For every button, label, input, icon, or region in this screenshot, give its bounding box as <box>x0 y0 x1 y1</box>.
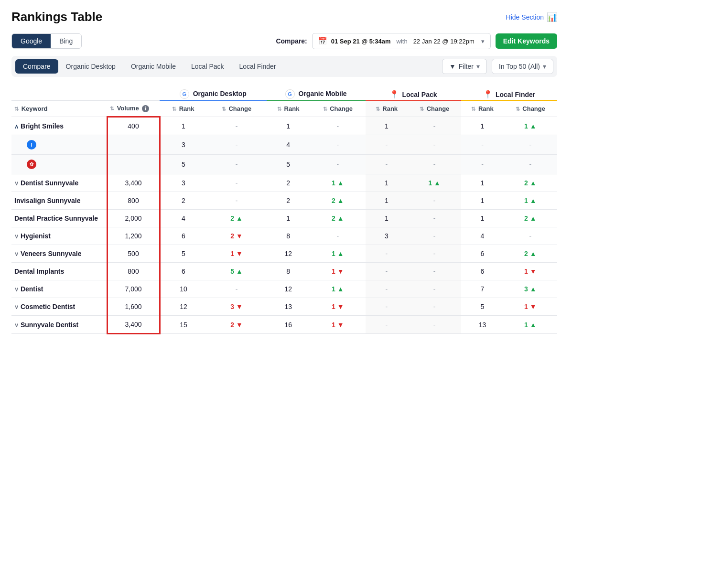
od-rank-header[interactable]: ⇅ Rank <box>160 100 206 117</box>
keyword-cell: ∨ Veneers Sunnyvale <box>11 245 107 263</box>
volume-col-header[interactable]: ⇅ Volume i <box>107 100 160 117</box>
sub-volume-cell <box>107 155 160 174</box>
sub-lp-rank-cell: - <box>366 155 408 174</box>
local-pack-header: 📍 Local Pack <box>366 86 462 100</box>
om-rank-cell: 8 <box>267 227 310 245</box>
volume-cell: 1,200 <box>107 227 160 245</box>
bing-tab[interactable]: Bing <box>51 34 81 48</box>
od-change-cell: 5 ▲ <box>206 263 266 280</box>
lf-rank-cell: 4 <box>461 227 503 245</box>
lf-change-sort-icon: ⇅ <box>516 106 520 112</box>
table-row: ∨ Sunnyvale Dentist 3,400 15 2 ▼ 16 1 ▼ … <box>11 316 557 334</box>
lp-change-cell: 1 ▲ <box>408 174 461 192</box>
volume-cell: 3,400 <box>107 174 160 192</box>
volume-cell: 500 <box>107 245 160 263</box>
tab-local-pack[interactable]: Local Pack <box>183 59 231 74</box>
lf-rank-header[interactable]: ⇅ Rank <box>461 100 503 117</box>
lp-change-cell: - <box>408 316 461 334</box>
filter-funnel-icon: ▼ <box>449 63 456 70</box>
compare-date-selector[interactable]: 📅 01 Sep 21 @ 5:34am with 22 Jan 22 @ 19… <box>312 33 491 49</box>
om-rank-cell: 13 <box>267 298 310 316</box>
lf-change-cell: 1 ▲ <box>504 316 557 334</box>
keyword-cell: ∨ Dentist Sunnyvale <box>11 174 107 192</box>
sub-lf-rank-cell: - <box>461 135 503 155</box>
filter-button[interactable]: ▼ Filter ▾ <box>442 59 487 74</box>
tab-organic-mobile[interactable]: Organic Mobile <box>123 59 183 74</box>
table-row: ∨ Hygienist 1,200 6 2 ▼ 8 - 3 - 4 - <box>11 227 557 245</box>
lp-rank-sort-icon: ⇅ <box>376 106 380 112</box>
table-row: ∧ Bright Smiles 400 1 - 1 - 1 - 1 1 ▲ <box>11 117 557 135</box>
om-rank-cell: 1 <box>267 117 310 135</box>
om-change-cell: 1 ▼ <box>310 263 366 280</box>
compare-label: Compare: <box>276 37 307 45</box>
sub-od-rank-cell: 5 <box>160 155 206 174</box>
collapse-icon[interactable]: ∧ <box>14 123 19 130</box>
om-rank-cell: 12 <box>267 280 310 298</box>
keyword-col-header[interactable]: ⇅ Keyword <box>11 100 107 117</box>
od-change-cell: - <box>206 174 266 192</box>
lp-change-cell: - <box>408 227 461 245</box>
keyword-cell: ∧ Bright Smiles <box>11 117 107 135</box>
hide-section-button[interactable]: Hide Section 📊 <box>506 12 557 22</box>
expand-icon[interactable]: ∨ <box>14 180 19 187</box>
om-rank-header[interactable]: ⇅ Rank <box>267 100 310 117</box>
od-rank-cell: 15 <box>160 316 206 334</box>
table-row: Invisalign Sunnyvale 800 2 - 2 2 ▲ 1 - 1… <box>11 192 557 210</box>
sub-row: ✿ 5 - 5 - - - - - <box>11 155 557 174</box>
sub-lp-change-cell: - <box>408 155 461 174</box>
organic-desktop-header: G Organic Desktop <box>160 86 267 100</box>
yelp-icon: ✿ <box>27 160 36 169</box>
od-change-header[interactable]: ⇅ Change <box>206 100 266 117</box>
lp-rank-cell: 1 <box>366 117 408 135</box>
lf-rank-cell: 1 <box>461 117 503 135</box>
lp-change-cell: - <box>408 192 461 210</box>
expand-icon[interactable]: ∨ <box>14 304 19 310</box>
table-row: ∨ Veneers Sunnyvale 500 5 1 ▼ 12 1 ▲ - -… <box>11 245 557 263</box>
sub-od-change-cell: - <box>206 135 266 155</box>
sub-row: f 3 - 4 - - - - - <box>11 135 557 155</box>
tab-local-finder[interactable]: Local Finder <box>232 59 284 74</box>
sub-lp-change-cell: - <box>408 135 461 155</box>
lp-change-header[interactable]: ⇅ Change <box>408 100 461 117</box>
volume-info-icon[interactable]: i <box>142 105 149 112</box>
sub-keyword-cell: f <box>11 135 107 155</box>
lf-rank-cell: 1 <box>461 192 503 210</box>
local-finder-pin-icon: 📍 <box>483 90 493 98</box>
expand-icon[interactable]: ∨ <box>14 233 19 240</box>
om-change-cell: 1 ▲ <box>310 280 366 298</box>
col-header-row: ⇅ Keyword ⇅ Volume i ⇅ Rank ⇅ Change ⇅ <box>11 100 557 117</box>
om-change-sort-icon: ⇅ <box>323 106 327 112</box>
od-change-cell: - <box>206 280 266 298</box>
keyword-text: Bright Smiles <box>21 122 64 130</box>
expand-icon[interactable]: ∨ <box>14 251 19 257</box>
expand-icon[interactable]: ∨ <box>14 286 19 293</box>
sub-od-rank-cell: 3 <box>160 135 206 155</box>
keyword-cell: ∨ Hygienist <box>11 227 107 245</box>
google-tab[interactable]: Google <box>12 34 51 48</box>
lf-rank-cell: 13 <box>461 316 503 334</box>
calendar-icon: 📅 <box>318 37 327 45</box>
od-rank-cell: 3 <box>160 174 206 192</box>
in-top-button[interactable]: In Top 50 (All) ▾ <box>492 59 553 74</box>
keyword-text: Hygienist <box>21 232 51 240</box>
lf-change-cell: 1 ▼ <box>504 263 557 280</box>
expand-icon[interactable]: ∨ <box>14 322 19 329</box>
lf-change-cell: 1 ▼ <box>504 298 557 316</box>
edit-keywords-button[interactable]: Edit Keywords <box>496 33 557 49</box>
lf-change-header[interactable]: ⇅ Change <box>504 100 557 117</box>
lp-rank-header[interactable]: ⇅ Rank <box>366 100 408 117</box>
volume-sort-icon: ⇅ <box>110 106 114 111</box>
lp-rank-cell: 1 <box>366 192 408 210</box>
tab-organic-desktop[interactable]: Organic Desktop <box>58 59 123 74</box>
tab-compare[interactable]: Compare <box>15 59 58 74</box>
keyword-cell: ∨ Cosmetic Dentist <box>11 298 107 316</box>
od-rank-cell: 10 <box>160 280 206 298</box>
table-row: ∨ Cosmetic Dentist 1,600 12 3 ▼ 13 1 ▼ -… <box>11 298 557 316</box>
hide-section-label: Hide Section <box>506 13 544 21</box>
table-row: Dental Practice Sunnyvale 2,000 4 2 ▲ 1 … <box>11 210 557 227</box>
om-change-header[interactable]: ⇅ Change <box>310 100 366 117</box>
sub-od-change-cell: - <box>206 155 266 174</box>
om-rank-cell: 12 <box>267 245 310 263</box>
filter-label: Filter <box>459 63 474 70</box>
om-rank-sort-icon: ⇅ <box>277 106 281 112</box>
